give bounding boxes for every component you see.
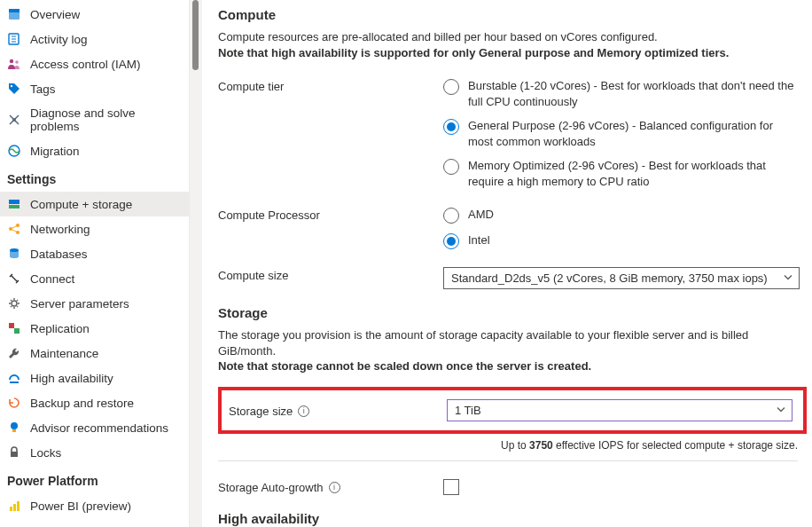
nav-locks[interactable]: Locks <box>0 440 189 465</box>
nav-access-control[interactable]: Access control (IAM) <box>0 51 189 76</box>
compute-tier-label: Compute tier <box>218 78 443 93</box>
radio-icon <box>443 119 459 135</box>
info-icon[interactable]: i <box>329 482 340 493</box>
nav-label: Server parameters <box>30 297 129 311</box>
svg-rect-23 <box>14 328 20 334</box>
radio-label: General Purpose (2-96 vCores) - Balanced… <box>468 118 796 149</box>
nav-label: Tags <box>30 83 56 96</box>
nav-overview[interactable]: Overview <box>0 2 189 27</box>
compute-desc: Compute resources are pre-allocated and … <box>218 29 807 60</box>
replication-icon <box>7 321 21 335</box>
svg-point-11 <box>12 118 16 122</box>
svg-rect-26 <box>12 429 16 432</box>
svg-rect-30 <box>17 501 20 511</box>
nav-label: Activity log <box>30 33 88 46</box>
radio-burstable[interactable]: Burstable (1-20 vCores) - Best for workl… <box>443 78 807 109</box>
storage-autogrow-row: Storage Auto-growth i <box>218 479 807 495</box>
radio-memory-optimized[interactable]: Memory Optimized (2-96 vCores) - Best fo… <box>443 158 807 189</box>
activity-log-icon <box>7 32 21 46</box>
info-icon[interactable]: i <box>298 405 309 417</box>
nav-label: Power BI (preview) <box>30 499 131 513</box>
nav-networking[interactable]: Networking <box>0 216 189 241</box>
sidebar: Overview Activity log Access control (IA… <box>0 0 190 527</box>
svg-rect-14 <box>9 205 20 208</box>
storage-autogrow-label: Storage Auto-growth i <box>218 479 443 494</box>
compute-title: Compute <box>218 7 807 22</box>
scrollbar[interactable] <box>190 0 202 527</box>
nav-databases[interactable]: Databases <box>0 241 189 266</box>
select-value: Standard_D2ds_v5 (2 vCores, 8 GiB memory… <box>451 271 768 285</box>
storage-title: Storage <box>218 305 807 320</box>
nav-label: Migration <box>30 145 80 158</box>
diagnose-icon <box>7 113 21 127</box>
radio-icon <box>443 79 459 95</box>
radio-label: AMD <box>468 207 494 223</box>
compute-tier-options: Burstable (1-20 vCores) - Best for workl… <box>443 78 807 189</box>
compute-size-row: Compute size Standard_D2ds_v5 (2 vCores,… <box>218 267 807 289</box>
nav-label: Backup and restore <box>30 397 134 410</box>
nav-tags[interactable]: Tags <box>0 76 189 101</box>
advisor-icon <box>7 421 21 435</box>
main-content: Compute Compute resources are pre-alloca… <box>202 0 812 527</box>
nav-label: Replication <box>30 322 90 335</box>
radio-amd[interactable]: AMD <box>443 207 807 224</box>
svg-point-6 <box>10 59 13 63</box>
storage-desc: The storage you provision is the amount … <box>218 327 807 374</box>
radio-label: Memory Optimized (2-96 vCores) - Best fo… <box>468 158 796 189</box>
storage-size-highlight: Storage size i 1 TiB <box>218 387 807 434</box>
nav-label: Maintenance <box>30 347 98 360</box>
backup-restore-icon <box>7 396 21 410</box>
nav-connect[interactable]: Connect <box>0 266 189 291</box>
section-header-settings: Settings <box>0 163 189 192</box>
nav-server-parameters[interactable]: Server parameters <box>0 291 189 316</box>
iops-note: Up to 3750 effective IOPS for selected c… <box>218 439 798 452</box>
radio-label: Burstable (1-20 vCores) - Best for workl… <box>468 78 796 109</box>
svg-rect-1 <box>9 9 20 12</box>
nav-label: Databases <box>30 248 88 261</box>
nav-advisor[interactable]: Advisor recommendations <box>0 415 189 440</box>
migration-icon <box>7 144 21 158</box>
databases-icon <box>7 247 21 261</box>
svg-line-18 <box>11 225 18 229</box>
radio-general-purpose[interactable]: General Purpose (2-96 vCores) - Balanced… <box>443 118 807 149</box>
nav-activity-log[interactable]: Activity log <box>0 27 189 51</box>
svg-point-7 <box>15 60 19 64</box>
nav-label: Compute + storage <box>30 198 132 211</box>
radio-icon <box>443 208 459 224</box>
nav-label: Networking <box>30 223 90 236</box>
server-parameters-icon <box>7 296 21 311</box>
compute-tier-row: Compute tier Burstable (1-20 vCores) - B… <box>218 78 807 189</box>
nav-replication[interactable]: Replication <box>0 316 189 341</box>
storage-size-label: Storage size i <box>229 403 447 418</box>
high-availability-icon <box>7 371 21 385</box>
nav-compute-storage[interactable]: Compute + storage <box>0 192 189 216</box>
connect-icon <box>7 271 21 286</box>
radio-intel[interactable]: Intel <box>443 232 807 249</box>
tags-icon <box>7 82 21 96</box>
section-header-power-platform: Power Platform <box>0 465 189 493</box>
chevron-down-icon <box>776 404 786 417</box>
nav-power-bi[interactable]: Power BI (preview) <box>0 493 189 518</box>
nav-backup-restore[interactable]: Backup and restore <box>0 390 189 415</box>
nav-label: Advisor recommendations <box>30 421 168 435</box>
svg-point-25 <box>11 422 18 429</box>
compute-storage-icon <box>7 197 21 211</box>
nav-label: Locks <box>30 446 61 460</box>
svg-rect-13 <box>9 200 20 204</box>
svg-line-19 <box>11 229 18 232</box>
nav-high-availability[interactable]: High availability <box>0 366 189 390</box>
svg-rect-27 <box>11 452 18 457</box>
scrollbar-thumb[interactable] <box>192 0 199 70</box>
compute-size-select[interactable]: Standard_D2ds_v5 (2 vCores, 8 GiB memory… <box>443 267 800 289</box>
nav-label: Diagnose and solve problems <box>30 106 180 133</box>
nav-label: Connect <box>30 272 74 286</box>
storage-autogrow-checkbox[interactable] <box>443 479 459 495</box>
divider <box>218 460 798 461</box>
svg-rect-29 <box>13 504 16 511</box>
nav-diagnose[interactable]: Diagnose and solve problems <box>0 101 189 138</box>
chevron-down-icon <box>783 271 793 285</box>
storage-size-select[interactable]: 1 TiB <box>447 399 792 421</box>
nav-maintenance[interactable]: Maintenance <box>0 341 189 366</box>
locks-icon <box>7 445 21 460</box>
nav-migration[interactable]: Migration <box>0 138 189 163</box>
